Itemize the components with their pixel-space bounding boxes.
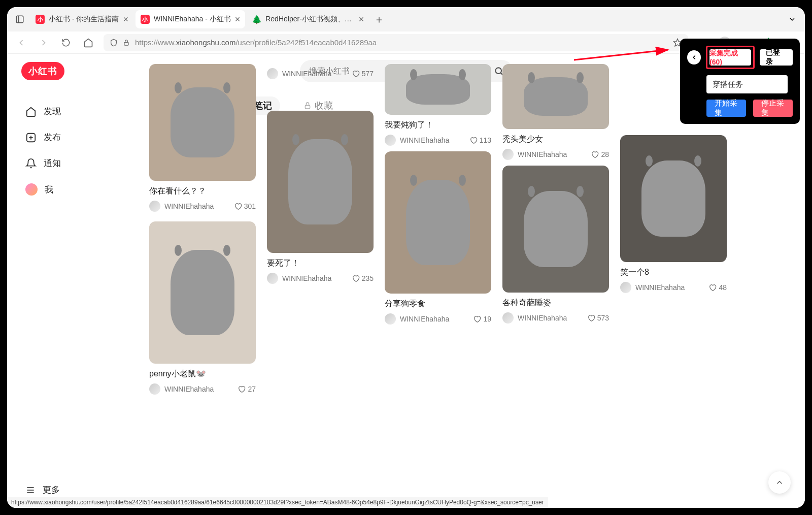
- feed-card[interactable]: 你在看什么？？WINNIEhahaha301: [149, 64, 256, 212]
- feed-card[interactable]: 要死了！WINNIEhahaha235: [267, 111, 374, 284]
- avatar[interactable]: [149, 201, 160, 212]
- plus-square-icon: [25, 132, 37, 143]
- card-meta: WINNIEhahaha577: [267, 68, 374, 79]
- menu-icon: [25, 485, 36, 495]
- sidebar-item-label: 我: [45, 184, 53, 196]
- feed-card[interactable]: 秃头美少女WINNIEhahaha28: [502, 64, 609, 160]
- sidebar-item-label: 通知: [44, 157, 61, 169]
- card-thumbnail[interactable]: [385, 64, 491, 115]
- card-title: 秃头美少女: [502, 134, 609, 145]
- card-thumbnail[interactable]: [149, 221, 256, 364]
- card-author[interactable]: WINNIEhahaha: [400, 136, 465, 144]
- home-button[interactable]: [81, 36, 95, 50]
- feed-card[interactable]: 我要炖狗了！WINNIEhahaha113: [385, 64, 491, 146]
- card-likes[interactable]: 27: [238, 385, 256, 393]
- avatar[interactable]: [502, 312, 514, 324]
- sidebar-item-me[interactable]: 我: [21, 176, 103, 203]
- card-likes[interactable]: 48: [708, 283, 727, 292]
- card-author[interactable]: WINNIEhahaha: [282, 70, 348, 78]
- feed-card[interactable]: 笑一个8WINNIEhahaha48: [620, 135, 727, 293]
- tab-title: WINNIEhahaha - 小红书: [154, 15, 231, 24]
- card-author[interactable]: WINNIEhahaha: [518, 150, 587, 158]
- card-author[interactable]: WINNIEhahaha: [635, 283, 704, 292]
- card-meta: WINNIEhahaha48: [620, 282, 727, 293]
- card-thumbnail[interactable]: [502, 166, 609, 293]
- tab-2[interactable]: 🌲 RedHelper-小红书视频、图片去水 ×: [247, 10, 369, 28]
- card-meta: WINNIEhahaha19: [385, 313, 491, 325]
- extension-status: 采集完成 (60): [709, 49, 751, 66]
- card-title: 笑一个8: [620, 267, 727, 278]
- new-tab-button[interactable]: ＋: [371, 11, 387, 27]
- card-likes[interactable]: 235: [352, 274, 374, 282]
- close-icon[interactable]: ×: [123, 14, 128, 25]
- reload-button[interactable]: [59, 36, 73, 50]
- close-icon[interactable]: ×: [235, 14, 241, 25]
- sidebar-item-discover[interactable]: 发现: [21, 99, 103, 124]
- card-thumbnail[interactable]: [502, 64, 609, 129]
- back-button[interactable]: [14, 36, 28, 50]
- card-likes[interactable]: 301: [234, 202, 256, 210]
- avatar[interactable]: [267, 68, 278, 79]
- card-title: 各种奇葩睡姿: [502, 298, 609, 308]
- avatar[interactable]: [267, 273, 278, 284]
- status-bar: https://www.xiaohongshu.com/user/profile…: [7, 497, 548, 508]
- avatar[interactable]: [620, 282, 631, 293]
- sidebar-item-publish[interactable]: 发布: [21, 124, 103, 150]
- address-bar[interactable]: https://www.xiaohongshu.com/user/profile…: [104, 34, 688, 51]
- card-author[interactable]: WINNIEhahaha: [400, 315, 469, 323]
- card-likes[interactable]: 113: [469, 136, 491, 144]
- svg-rect-2: [124, 42, 128, 45]
- feed-card[interactable]: penny小老鼠🐭WINNIEhahaha27: [149, 221, 256, 395]
- card-author[interactable]: WINNIEhahaha: [164, 385, 233, 393]
- sidebar-item-label: 发现: [44, 106, 61, 117]
- card-title: 要死了！: [267, 258, 374, 269]
- card-title: 我要炖狗了！: [385, 120, 491, 131]
- card-title: 分享狗零食: [385, 299, 491, 309]
- tab-0[interactable]: 小 小红书 - 你的生活指南 ×: [30, 10, 133, 28]
- site-logo[interactable]: 小红书: [21, 62, 64, 80]
- lock-icon[interactable]: [123, 39, 130, 46]
- card-title: penny小老鼠🐭: [149, 369, 256, 379]
- card-author[interactable]: WINNIEhahaha: [164, 202, 230, 210]
- card-likes[interactable]: 28: [591, 150, 609, 158]
- card-title: 你在看什么？？: [149, 186, 256, 197]
- tab-1[interactable]: 小 WINNIEhahaha - 小红书 ×: [136, 10, 245, 28]
- stop-collect-button[interactable]: 停止采集: [753, 100, 793, 117]
- extension-login-status[interactable]: 已登录: [760, 49, 793, 66]
- card-thumbnail[interactable]: [620, 135, 727, 262]
- tab-sidebar-button[interactable]: [11, 11, 28, 28]
- avatar[interactable]: [149, 383, 160, 395]
- tab-title: RedHelper-小红书视频、图片去水: [265, 15, 354, 24]
- avatar[interactable]: [502, 149, 514, 160]
- sidebar-item-notifications[interactable]: 通知: [21, 150, 103, 176]
- card-author[interactable]: WINNIEhahaha: [518, 314, 583, 322]
- card-thumbnail[interactable]: [267, 111, 374, 253]
- card-thumbnail[interactable]: [149, 64, 256, 181]
- feed-card[interactable]: 分享狗零食WINNIEhahaha19: [385, 151, 491, 325]
- card-author[interactable]: WINNIEhahaha: [282, 274, 348, 282]
- close-icon[interactable]: ×: [359, 14, 364, 25]
- feed-card[interactable]: WINNIEhahaha577: [267, 64, 374, 79]
- site-sidebar: 发现 发布 通知 我: [21, 99, 103, 203]
- scroll-to-top-button[interactable]: [768, 471, 791, 494]
- card-likes[interactable]: 577: [352, 70, 374, 78]
- avatar[interactable]: [385, 135, 396, 146]
- forward-button[interactable]: [37, 36, 51, 50]
- tab-title: 小红书 - 你的生活指南: [49, 15, 119, 24]
- card-meta: WINNIEhahaha301: [149, 201, 256, 212]
- start-collect-button[interactable]: 开始采集: [706, 100, 746, 117]
- card-meta: WINNIEhahaha28: [502, 149, 609, 160]
- extension-task-name[interactable]: 穿搭任务: [706, 75, 788, 93]
- feed-card[interactable]: 各种奇葩睡姿WINNIEhahaha573: [502, 166, 609, 324]
- shield-icon[interactable]: [110, 39, 118, 47]
- card-likes[interactable]: 573: [587, 314, 609, 322]
- card-likes[interactable]: 19: [473, 315, 491, 323]
- card-meta: WINNIEhahaha573: [502, 312, 609, 324]
- home-icon: [25, 106, 37, 117]
- url-text: https://www.xiaohongshu.com/user/profile…: [135, 38, 668, 47]
- avatar[interactable]: [385, 313, 396, 325]
- extension-back-button[interactable]: [687, 50, 701, 65]
- sidebar-item-label: 发布: [44, 132, 61, 143]
- tab-list-button[interactable]: [784, 11, 801, 28]
- card-thumbnail[interactable]: [385, 151, 491, 294]
